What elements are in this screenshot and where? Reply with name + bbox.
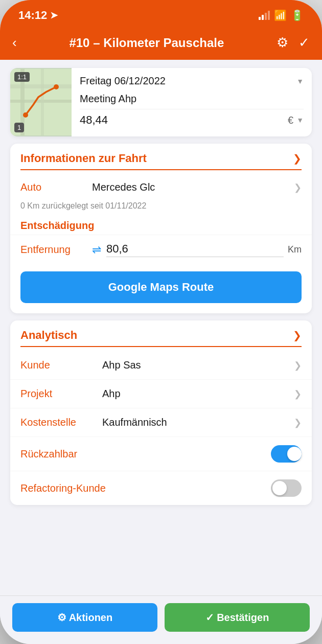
battery-icon: 🔋 (291, 9, 304, 21)
trip-description: Meeting Ahp (80, 93, 304, 105)
kostenstelle-value: Kaufmännisch (102, 417, 294, 428)
analytisch-divider (20, 346, 302, 347)
refactoring-row: Refactoring-Kunde (10, 471, 312, 505)
auto-chevron-icon: ❯ (294, 182, 302, 193)
trip-card: 1:1 1 Freitag 06/12/2022 ▼ Meeting Ahp 4… (10, 68, 312, 136)
fahrt-section-title: Informationen zur Fahrt (20, 152, 147, 165)
actions-button[interactable]: ⚙ Aktionen (12, 603, 157, 632)
kunde-chevron-icon: ❯ (294, 360, 302, 371)
svg-point-5 (23, 112, 28, 118)
projekt-value: Ahp (102, 388, 294, 400)
map-thumbnail: 1:1 1 (10, 68, 72, 136)
projekt-row[interactable]: Projekt Ahp ❯ (10, 380, 312, 408)
page-title: #10 – Kilometer Pauschale (69, 36, 224, 50)
fahrt-info-card: Informationen zur Fahrt ❯ Auto Mercedes … (10, 144, 312, 313)
auto-label: Auto (20, 181, 92, 193)
refactoring-toggle[interactable] (271, 479, 302, 497)
auto-sub-text: 0 Km zurückgelegt seit 01/11/2022 (10, 200, 312, 216)
projekt-chevron-icon: ❯ (294, 388, 302, 400)
analytisch-collapse-icon[interactable]: ❯ (293, 329, 302, 341)
fahrt-divider (20, 169, 302, 170)
kunde-label: Kunde (20, 359, 102, 371)
svg-point-6 (54, 84, 59, 89)
fahrt-collapse-icon[interactable]: ❯ (293, 152, 302, 165)
trip-currency[interactable]: € ▼ (288, 114, 304, 126)
entfernung-input[interactable] (106, 242, 284, 257)
signal-icon (259, 11, 270, 20)
location-icon: ➤ (50, 10, 58, 21)
status-icons: 📶 🔋 (259, 9, 304, 21)
phone-shell: 14:12 ➤ 📶 🔋 ‹ #10 – Kilometer Pauschale … (0, 0, 322, 644)
rueckzahlbar-row: Rückzahlbar (10, 437, 312, 471)
header: ‹ #10 – Kilometer Pauschale ⚙ ✓ (0, 29, 322, 60)
settings-button[interactable]: ⚙ (277, 35, 288, 51)
status-time: 14:12 ➤ (18, 9, 58, 22)
entschaedigung-label: Entschädigung (20, 220, 94, 231)
confirm-button[interactable]: ✓ Bestätigen (165, 603, 310, 632)
trip-number-badge: 1 (14, 123, 24, 132)
kostenstelle-row[interactable]: Kostenstelle Kaufmännisch ❯ (10, 408, 312, 437)
auto-row[interactable]: Auto Mercedes Glc ❯ (10, 174, 312, 200)
analytisch-card: Analytisch ❯ Kunde Ahp Sas ❯ Projekt Ahp… (10, 320, 312, 505)
rueckzahlbar-toggle[interactable] (271, 445, 302, 463)
currency-dropdown-icon: ▼ (296, 116, 304, 124)
route-icon: ⇌ (92, 243, 101, 257)
confirm-header-button[interactable]: ✓ (298, 35, 310, 51)
wifi-icon: 📶 (274, 9, 287, 21)
trip-details: Freitag 06/12/2022 ▼ Meeting Ahp 48,44 €… (72, 68, 312, 136)
projekt-label: Projekt (20, 388, 102, 400)
kostenstelle-label: Kostenstelle (20, 417, 102, 428)
currency-symbol: € (288, 114, 293, 126)
analytisch-section-title: Analytisch (20, 329, 77, 342)
kunde-row[interactable]: Kunde Ahp Sas ❯ (10, 351, 312, 380)
content-area: 1:1 1 Freitag 06/12/2022 ▼ Meeting Ahp 4… (0, 60, 322, 596)
distance-unit: Km (288, 244, 302, 255)
entfernung-label: Entfernung (20, 244, 92, 256)
trip-date: Freitag 06/12/2022 (80, 75, 166, 87)
google-maps-route-button[interactable]: Google Maps Route (20, 271, 302, 303)
kostenstelle-chevron-icon: ❯ (294, 417, 302, 428)
status-bar: 14:12 ➤ 📶 🔋 (0, 0, 322, 29)
back-button[interactable]: ‹ (12, 35, 17, 51)
clock: 14:12 (18, 9, 47, 22)
gmaps-btn-wrapper: Google Maps Route (10, 264, 312, 313)
auto-value: Mercedes Glc (92, 181, 294, 193)
bottom-bar: ⚙ Aktionen ✓ Bestätigen (0, 595, 322, 644)
entfernung-row: Entfernung ⇌ Km (10, 235, 312, 264)
rueckzahlbar-label: Rückzahlbar (20, 448, 77, 460)
date-dropdown-icon[interactable]: ▼ (296, 77, 304, 85)
svg-rect-4 (41, 69, 44, 135)
kunde-value: Ahp Sas (102, 359, 294, 371)
refactoring-label: Refactoring-Kunde (20, 482, 106, 494)
map-scale-label: 1:1 (14, 72, 30, 82)
trip-amount: 48,44 (80, 113, 108, 127)
